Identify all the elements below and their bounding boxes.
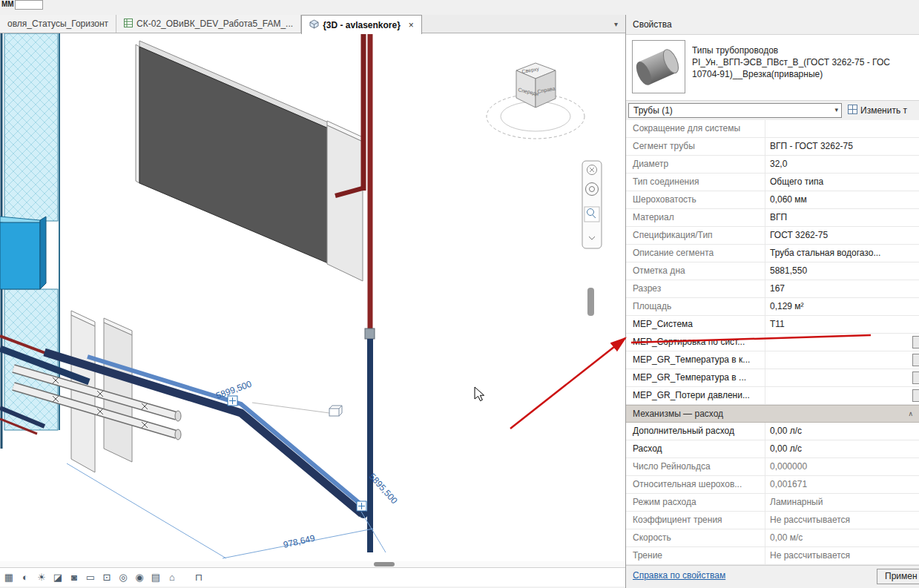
reveal-hidden-icon[interactable]: ◉: [134, 572, 145, 583]
crop-view-icon[interactable]: ▭: [85, 572, 96, 583]
sun-path-icon[interactable]: ☀: [36, 572, 47, 583]
property-grid-mechanical: Дополнительный расход0,00 л/с Расход0,00…: [626, 423, 919, 565]
tab-view-roof[interactable]: овля_Статусы_Горизонт: [0, 15, 116, 33]
property-value[interactable]: [765, 351, 919, 369]
section-box-gizmo-icon[interactable]: [252, 403, 342, 416]
property-value[interactable]: 0,060 мм: [765, 191, 919, 208]
property-row: Сокращение для системы: [626, 120, 919, 138]
property-row: MEP_GR_Температура в к...: [626, 351, 919, 369]
property-value[interactable]: 167: [765, 280, 919, 297]
property-value[interactable]: ГОСТ 3262-75: [765, 227, 919, 244]
property-value[interactable]: 0,00 л/с: [765, 423, 919, 440]
property-label: MEP_GR_Температура в к...: [626, 351, 765, 369]
edit-type-icon: [848, 105, 857, 116]
property-row: Тип соединенияОбщего типа: [626, 174, 919, 191]
properties-help-link[interactable]: Справка по свойствам: [633, 570, 725, 581]
property-value[interactable]: ВГП: [765, 209, 919, 226]
tab-view-schedule[interactable]: СК-02_ОВиВК_DEV_Работа5_FAM_...: [116, 15, 301, 33]
pipe-cylinder-thumbnail: [635, 47, 682, 87]
property-value[interactable]: ВГП - ГОСТ 3262-75: [765, 138, 919, 155]
value-expand-button[interactable]: [912, 389, 919, 402]
property-row: ТрениеНе рассчитывается: [626, 547, 919, 565]
property-label: Шероховатость: [626, 191, 765, 208]
property-value[interactable]: [765, 387, 919, 404]
tab-list-dropdown-icon[interactable]: ▾: [614, 20, 618, 28]
apply-button[interactable]: Примен: [877, 569, 919, 584]
chevron-down-icon: ▾: [834, 106, 838, 113]
show-crop-icon[interactable]: ⊡: [101, 572, 113, 583]
property-value[interactable]: 0,00 л/с: [765, 440, 919, 457]
element-filter-combobox[interactable]: Трубы (1) ▾: [628, 103, 842, 118]
property-row: Спецификация/ТипГОСТ 3262-75: [626, 227, 919, 245]
dimension-label: 978,649: [283, 532, 317, 549]
value-expand-button[interactable]: [912, 336, 919, 348]
mouse-cursor: [475, 387, 484, 401]
property-row: Скорость0,00 м/с: [626, 529, 919, 547]
property-value[interactable]: 32,0: [765, 156, 919, 173]
property-label: Дополнительный расход: [626, 423, 765, 440]
hide-isolate-icon[interactable]: ◎: [117, 572, 129, 583]
property-label: Диаметр: [626, 156, 765, 173]
visual-style-icon[interactable]: ◐: [19, 572, 31, 583]
horizontal-scrollbar-thumb[interactable]: [374, 562, 395, 566]
property-row-mep-system: MEP_СистемаТ11: [626, 316, 919, 334]
tab-label: {3D - avlasenkore}: [323, 20, 401, 30]
property-value[interactable]: 5881,550: [765, 262, 919, 280]
properties-panel: Свойства Типы трубопров: [625, 15, 919, 588]
constraints-icon[interactable]: ⊓: [193, 572, 205, 583]
type-description: Типы трубопроводов PI_Ун._ВГП-ЭСВ_ПВст_В…: [692, 40, 890, 95]
toolbar-fragment: ММ: [1, 0, 14, 8]
property-label: Отметка дна: [626, 262, 765, 280]
schedule-icon: [124, 19, 133, 30]
property-row: Относительная шерохов...0,001671: [626, 476, 919, 494]
rendering-icon[interactable]: ◙: [68, 572, 80, 583]
close-tab-icon[interactable]: ×: [409, 20, 414, 30]
property-value: Не рассчитывается: [765, 547, 919, 564]
collapse-section-icon[interactable]: ∧: [908, 406, 913, 422]
property-value[interactable]: [765, 120, 919, 137]
viewcube[interactable]: Сверху Спереди Справа: [487, 63, 584, 139]
property-value[interactable]: [765, 369, 919, 386]
property-row: MEP_Сортировка по сист...: [626, 334, 919, 351]
property-label: Материал: [626, 209, 765, 226]
property-row: Расход0,00 л/с: [626, 440, 919, 458]
horizontal-scrollbar[interactable]: [0, 561, 625, 567]
property-label: Число Рейнольдса: [626, 458, 765, 475]
property-row: Режим расходаЛаминарный: [626, 494, 919, 512]
view-properties-icon[interactable]: ▤: [150, 572, 162, 583]
detail-level-icon[interactable]: ▦: [3, 572, 15, 583]
property-label: MEP_GR_Температура в ...: [626, 369, 765, 386]
viewport-scrollbar-thumb[interactable]: [587, 288, 594, 316]
property-value[interactable]: 0,129 м²: [765, 298, 919, 315]
property-row: Сегмент трубыВГП - ГОСТ 3262-75: [626, 138, 919, 156]
value-expand-button[interactable]: [912, 354, 919, 366]
toolbar-fragment-box: [15, 0, 43, 10]
displace-elements-icon[interactable]: ⌂: [166, 572, 178, 583]
property-label: Тип соединения: [626, 174, 765, 191]
property-label: MEP_Система: [626, 316, 765, 333]
property-row: МатериалВГП: [626, 209, 919, 227]
property-row: MEP_GR_Потери давлени...: [626, 387, 919, 405]
tab-view-3d-active[interactable]: {3D - avlasenkore} ×: [301, 15, 422, 34]
navigation-bar[interactable]: [582, 161, 602, 248]
property-row: Шероховатость0,060 мм: [626, 191, 919, 209]
property-value[interactable]: Т11: [765, 316, 919, 333]
property-label: Относительная шерохов...: [626, 476, 765, 493]
tab-label: СК-02_ОВиВК_DEV_Работа5_FAM_...: [136, 19, 293, 29]
property-label: Сегмент трубы: [626, 138, 765, 155]
value-expand-button[interactable]: [912, 371, 919, 384]
property-value[interactable]: Общего типа: [765, 174, 919, 191]
property-label: MEP_Сортировка по сист...: [626, 334, 765, 351]
property-value: Не рассчитывается: [765, 512, 919, 529]
type-selector[interactable]: Типы трубопроводов PI_Ун._ВГП-ЭСВ_ПВст_В…: [626, 34, 919, 101]
section-header-mechanical-flow[interactable]: Механизмы — расход ∧: [626, 405, 919, 423]
property-label: Режим расхода: [626, 494, 765, 511]
property-value[interactable]: Труба стальная водогазо...: [765, 245, 919, 262]
edit-type-button[interactable]: Изменить т: [848, 105, 907, 116]
revit-window: ММ овля_Статусы_Горизонт СК-02_ОВиВК_DEV…: [0, 0, 919, 588]
property-value[interactable]: [765, 334, 919, 351]
property-row: Диаметр32,0: [626, 156, 919, 174]
property-label: Расход: [626, 440, 765, 457]
shadows-icon[interactable]: ◪: [52, 572, 64, 583]
3d-viewport-canvas[interactable]: 5899,500 5895,500 978,649: [0, 33, 625, 561]
